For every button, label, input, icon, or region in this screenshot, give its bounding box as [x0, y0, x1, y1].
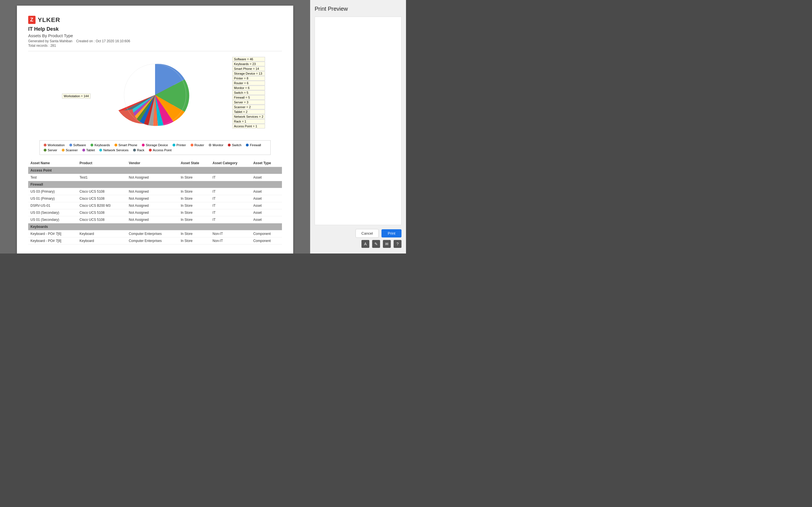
legend-dot	[69, 144, 72, 147]
table-cell: Component	[251, 230, 282, 237]
table-row: Keyboard - PO# 7[6]KeyboardComputer Ente…	[28, 230, 282, 237]
table-cell: Asset	[251, 209, 282, 216]
edit-icon[interactable]: ✎	[372, 240, 380, 248]
table-cell: Keyboard - PO# 7[8]	[28, 237, 77, 244]
report-subtitle: Assets By Product Type	[28, 33, 282, 38]
col-vendor: Vendor	[126, 159, 179, 167]
chart-label-item: Printer = 8	[232, 76, 265, 80]
report-title: IT Help Desk	[28, 26, 282, 32]
legend-dot	[209, 144, 211, 147]
print-preview-title: Print Preview	[315, 6, 402, 12]
chart-label-item: Server = 3	[232, 100, 265, 105]
preview-area	[315, 17, 402, 225]
table-cell: IT	[210, 188, 251, 195]
table-cell: In Store	[179, 216, 210, 223]
table-row: US 03 (Primary)Cisco UCS 5108Not Assigne…	[28, 188, 282, 195]
table-cell: In Store	[179, 230, 210, 237]
comment-icon[interactable]: ✉	[383, 240, 391, 248]
chart-label-item: Router = 6	[232, 81, 265, 86]
legend-item: Rack	[133, 149, 144, 152]
logo-area: Z YLKER	[28, 16, 282, 24]
table-cell: DSRV-US-01	[28, 202, 77, 209]
table-cell: IT	[210, 209, 251, 216]
legend-dot	[91, 144, 93, 147]
table-cell: Keyboard	[77, 230, 126, 237]
table-cell: Not Assigned	[126, 188, 179, 195]
legend-dot	[149, 149, 152, 152]
legend-label: Server	[48, 149, 57, 152]
col-product: Product	[77, 159, 126, 167]
legend-dot	[114, 144, 117, 147]
logo-text: YLKER	[38, 16, 60, 24]
legend-dot	[62, 149, 64, 152]
zoom-icon[interactable]: A	[361, 240, 369, 248]
col-asset-name: Asset Name	[28, 159, 77, 167]
legend-label: Switch	[232, 144, 241, 147]
chart-label-item: Firewall = 5	[232, 95, 265, 100]
print-button[interactable]: Print	[382, 229, 402, 237]
report-meta-generated: Generated by Santa Mahiban Created on : …	[28, 39, 282, 43]
chart-label-item: Software = 46	[232, 57, 265, 61]
help-icon[interactable]: ?	[394, 240, 402, 248]
cancel-button[interactable]: Cancel	[356, 229, 378, 238]
legend-dot	[99, 149, 102, 152]
legend-dot	[246, 144, 249, 147]
legend-label: Tablet	[86, 149, 95, 152]
table-row: US 01 (Primary)Cisco UCS 5108Not Assigne…	[28, 195, 282, 202]
table-cell: In Store	[179, 195, 210, 202]
workstation-label: Workstation = 144	[62, 94, 91, 99]
document: Z YLKER IT Help Desk Assets By Product T…	[17, 6, 293, 253]
table-cell: US 03 (Primary)	[28, 188, 77, 195]
table-cell: Not Assigned	[126, 174, 179, 181]
table-cell: Computer Enterprises	[126, 230, 179, 237]
table-cell: US 01 (Secondary)	[28, 216, 77, 223]
table-cell: Asset	[251, 202, 282, 209]
table-cell: Cisco UCS 5108	[77, 188, 126, 195]
table-cell: Cisco UCS 5108	[77, 209, 126, 216]
legend-label: Storage Device	[146, 144, 168, 147]
chart-label-item: Storage Device = 13	[232, 71, 265, 76]
legend-item: Server	[44, 149, 57, 152]
legend-item: Tablet	[82, 149, 95, 152]
table-cell: Keyboard	[77, 237, 126, 244]
legend-label: Network Services	[103, 149, 128, 152]
table-cell: Computer Enterprises	[126, 237, 179, 244]
table-cell: IT	[210, 195, 251, 202]
table-cell: Non-IT	[210, 237, 251, 244]
legend-label: Access Point	[153, 149, 171, 152]
chart-label-item: Switch = 5	[232, 91, 265, 95]
table-cell: Cisco UCS B200 M3	[77, 202, 126, 209]
legend-dot	[82, 149, 85, 152]
col-asset-category: Asset Category	[210, 159, 251, 167]
logo-z: Z	[28, 16, 36, 24]
legend-item: Workstation	[44, 144, 65, 147]
table-cell: In Store	[179, 202, 210, 209]
table-row: US 03 (Secondary)Cisco UCS 5108Not Assig…	[28, 209, 282, 216]
chart-label-item: Keyboards = 23	[232, 62, 265, 66]
legend-item: Printer	[172, 144, 186, 147]
legend-label: Rack	[137, 149, 144, 152]
chart-label-item: Network Services = 2	[232, 114, 265, 119]
legend-item: Network Services	[99, 149, 128, 152]
table-cell: In Store	[179, 174, 210, 181]
legend-label: Printer	[176, 144, 186, 147]
main-panel: Z YLKER IT Help Desk Assets By Product T…	[0, 0, 310, 253]
table-cell: Test	[28, 174, 77, 181]
chart-labels: Software = 46Keyboards = 23Smart Phone =…	[232, 57, 265, 128]
legend-dot	[133, 149, 136, 152]
table-cell: Not Assigned	[126, 216, 179, 223]
table-cell: In Store	[179, 237, 210, 244]
table-cell: Not Assigned	[126, 209, 179, 216]
table-cell: Not Assigned	[126, 202, 179, 209]
table-cell: Keyboard - PO# 7[6]	[28, 230, 77, 237]
table-cell: Asset	[251, 216, 282, 223]
chart-container: Workstation = 144	[28, 54, 282, 136]
group-header-row: Access Point	[28, 167, 282, 174]
legend-item: Keyboards	[91, 144, 110, 147]
right-panel: Print Preview Cancel Print A ✎ ✉ ?	[310, 0, 406, 253]
legend-item: Smart Phone	[114, 144, 137, 147]
legend-item: Access Point	[149, 149, 171, 152]
table-cell: IT	[210, 202, 251, 209]
legend-item: Scanner	[62, 149, 78, 152]
table-cell: Cisco UCS 5108	[77, 195, 126, 202]
